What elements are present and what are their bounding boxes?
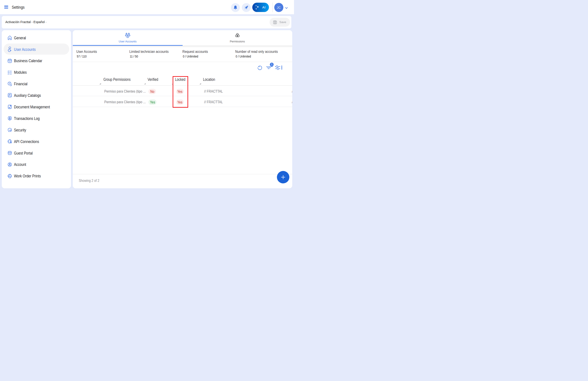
svg-text:1: 1 bbox=[271, 63, 273, 66]
svg-text:$: $ bbox=[9, 82, 10, 85]
